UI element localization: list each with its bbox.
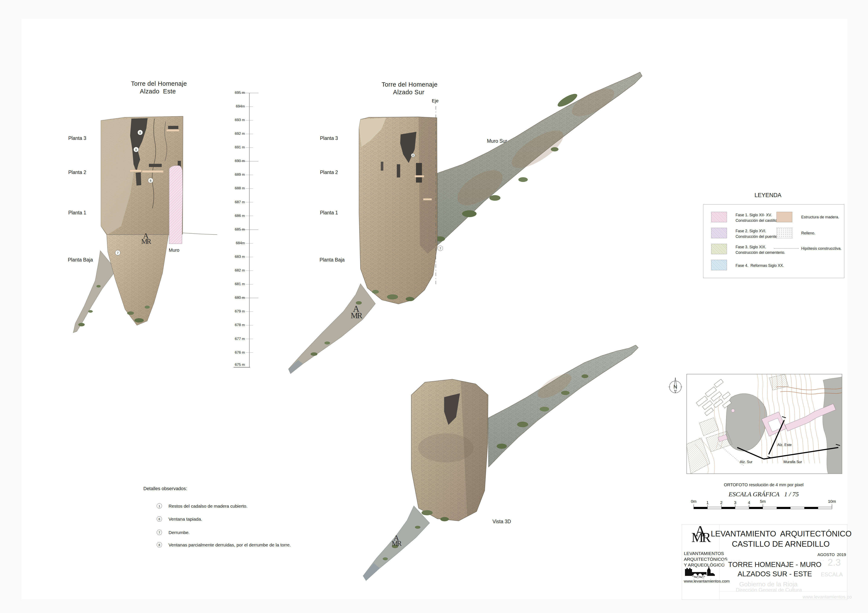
ruler-label: 685 m (215, 228, 245, 232)
north-arrow-icon: N (667, 377, 684, 397)
este-marker-6: 6 (148, 178, 153, 183)
alzado-este-drawing (70, 114, 220, 340)
scale-ticks (694, 505, 832, 507)
este-marker-8a: 8 (138, 130, 143, 135)
sur-marker-8: 8 (411, 153, 415, 158)
este-floor-planta2: Planta 2 (68, 170, 86, 175)
ruler-label: 692 m (215, 132, 245, 136)
detalles-num-1: 1 (157, 503, 162, 509)
ruler-label: 681 m (215, 282, 245, 286)
north-letter: N (673, 384, 677, 390)
ruler-label: 688 m (215, 186, 245, 190)
vista-3d-label: Vista 3D (493, 519, 511, 525)
faint-gobierno-label: Gobierno de la Rioja (739, 580, 798, 588)
detalles-title: Detalles observados: (143, 486, 187, 491)
detalles-num-7: 7 (157, 530, 162, 535)
sur-floor-planta2: Planta 2 (320, 170, 338, 175)
alzado-este-title-line2: Alzado Este (140, 88, 176, 95)
ruler-label: 676 m (215, 350, 245, 355)
legend-swatch-fase3 (711, 244, 727, 254)
detalles-num-8: 8 (157, 542, 162, 548)
org-line2: ARQUITECTÓNICOS (684, 557, 727, 562)
detalles-text-6: Ventana tapiada. (169, 517, 202, 522)
org-line1: LEVANTAMIENTOS (684, 551, 724, 556)
detalles-num-6: 6 (157, 516, 162, 522)
este-marker-8b: 8 (133, 147, 139, 152)
scale-label-0: 0m (691, 499, 696, 503)
sur-floor-plantabaja: Planta Baja (319, 257, 345, 263)
legend-fase4-line1: Fase 4. Reformas Siglo XX. (736, 263, 784, 268)
map-label-alz-este: Alz. Este (777, 443, 792, 447)
alzado-sur-drawing (288, 71, 653, 376)
ruler-label: 680 m (215, 296, 245, 300)
faint-direccion-label: Dirección General de Cultura (736, 587, 802, 593)
scale-label-2: 2 (720, 500, 722, 505)
ruler-label: 689 m (215, 173, 245, 177)
sur-muralla-wall (435, 72, 642, 245)
sur-floor-planta3: Planta 3 (320, 135, 338, 141)
ruler-label: 690 m (215, 159, 245, 163)
map-label-muralla-sur: Muralla Sur (784, 460, 802, 464)
ortofoto-caption: ORTOFOTO resolución de 4 mm por pixel (724, 483, 803, 488)
ruler-label: 687 m (215, 200, 245, 204)
org-website: www.levantamientos.com (684, 579, 730, 584)
sur-floor-planta1: Planta 1 (320, 210, 338, 216)
legend-fase2-line2: Construcción del puente. (736, 234, 778, 239)
legend-title: LEYENDA (755, 192, 781, 198)
legend-madera-label: Estructura de madera. (801, 214, 839, 220)
site-map: Alz. Este Alz. Sur Muralla Sur (687, 374, 842, 474)
amr-logo-mr: MR (687, 532, 714, 543)
legend-fase2-line1: Fase 2. Siglo XVI. (736, 228, 766, 234)
titleblock-sub1: TORRE HOMENAJE - MURO (724, 560, 825, 569)
legend-hipotesis-label: Hipótesis construcctiva. (801, 246, 842, 251)
faint-website: www.levantamientos.co (803, 594, 852, 600)
ruler-label: 693 m (215, 118, 245, 122)
ruler-label: 695 m (215, 91, 245, 95)
title-block-rule (719, 591, 847, 591)
titleblock-date: AGOSTO 2019 (817, 553, 846, 557)
ruler-label: 684m (215, 241, 245, 245)
este-floor-planta1: Planta 1 (68, 210, 86, 216)
este-floor-planta3: Planta 3 (68, 135, 86, 141)
ruler-label: 678 m (215, 323, 245, 327)
detalles-text-1: Restos del cadalso de madera cubierto. (169, 503, 248, 509)
scale-label-1: 1 (707, 500, 709, 505)
ruler-label: 691 m (215, 145, 245, 150)
este-amr-watermark: A MR (141, 233, 150, 245)
este-marker-7: 7 (115, 250, 121, 255)
titleblock-main1: LEVANTAMIENTO ARQUITECTÓNICO (711, 529, 852, 538)
legend-fase1-line1: Fase 1. Siglo XII- XV. (736, 212, 772, 218)
alzado-este-title-line1: Torre del Homenaje (131, 80, 187, 87)
sur-tower-body (359, 117, 437, 304)
v3d-tower (411, 379, 488, 521)
castle-bridge-silhouette-icon (684, 566, 716, 578)
ruler-label: 682 m (215, 268, 245, 272)
detalles-text-8: Ventanas parcialmente derruidas, por el … (169, 542, 291, 548)
legend-fase3-line1: Fase 3. Siglo XIX. (736, 244, 766, 250)
scale-label-3: 3 (734, 500, 736, 505)
detalles-text-7: Derrumbe. (169, 530, 190, 535)
legend-swatch-fase1 (711, 212, 727, 222)
este-muro-label: Muro (169, 248, 180, 253)
ruler-label: 675 m (215, 362, 245, 367)
scale-label-10: 10m (828, 499, 836, 503)
escala-grafica-label: ESCALA GRÁFICA 1 / 75 (729, 491, 799, 498)
este-muro-phase1 (169, 166, 217, 244)
map-label-alz-sur: Alz. Sur (740, 460, 753, 464)
legend-swatch-relleno (777, 228, 792, 238)
legend-hipotesis-line (774, 248, 799, 249)
legend-swatch-fase4 (711, 260, 727, 270)
titleblock-main2: CASTILLO DE ARNEDILLO (732, 540, 830, 549)
legend-fase3-line2: Construcción del cementerio. (736, 250, 785, 255)
faint-no-value: 2.3 (828, 557, 841, 568)
scale-bar: 0m 1 2 3 4 5m 10m (689, 498, 839, 511)
legend-swatch-fase2 (711, 228, 727, 238)
v3d-wall-ridge (488, 345, 638, 467)
legend-swatch-madera (777, 212, 792, 222)
scale-label-4: 4 (748, 500, 750, 505)
este-floor-plantabaja: Planta Baja (68, 257, 93, 263)
sur-amr-watermark: A MR (351, 305, 361, 319)
legend-relleno-label: Relleno. (801, 231, 815, 236)
amr-logo: A MR (687, 525, 714, 543)
ruler-label: 694m (215, 104, 245, 108)
